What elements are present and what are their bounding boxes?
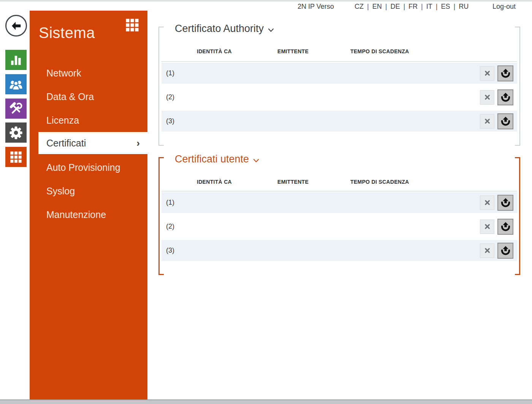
sidebar-item-certificati[interactable]: Certificati › <box>38 132 147 154</box>
language-en[interactable]: EN <box>372 3 382 11</box>
row-label: (2) <box>166 93 174 101</box>
nav-tile-services[interactable] <box>5 122 27 143</box>
table-row: (1) <box>162 192 517 213</box>
section-title: Sistema <box>39 24 95 41</box>
upload-icon <box>500 245 511 256</box>
horizontal-scrollbar[interactable] <box>0 399 532 404</box>
row-label: (2) <box>166 223 174 231</box>
logout-link[interactable]: Log-out <box>492 3 516 11</box>
sidebar-item-label: Auto Provisioning <box>46 162 120 173</box>
product-name: 2N IP Verso <box>298 3 334 11</box>
upload-icon <box>500 197 511 208</box>
sidebar-item-label: Certificati <box>46 138 86 149</box>
sidebar-item-label: Licenza <box>46 115 79 126</box>
sidebar-item-label: Network <box>46 68 81 79</box>
row-label: (3) <box>166 247 174 254</box>
sidebar-item-label: Manutenzione <box>46 209 106 220</box>
chevron-down-icon <box>253 159 259 163</box>
language-switcher: CZ | EN | DE | FR | IT | ES | RU <box>355 3 469 11</box>
user-certificates-section: Certificati utente IDENTITÀ CA EMITTENTE… <box>158 157 520 275</box>
close-icon <box>484 199 491 206</box>
close-icon <box>484 223 491 230</box>
back-arrow-icon <box>11 20 22 32</box>
column-header-emittente: EMITTENTE <box>277 179 309 185</box>
users-icon <box>9 77 23 92</box>
upload-certificate-button[interactable] <box>497 113 513 129</box>
remove-certificate-button[interactable] <box>480 90 494 105</box>
sidebar-item-label: Syslog <box>46 186 75 197</box>
upload-icon <box>500 116 511 126</box>
separator: | <box>403 3 405 11</box>
table-row: (3) <box>162 240 517 261</box>
upload-icon <box>500 68 511 78</box>
separator: | <box>385 3 387 11</box>
row-label: (1) <box>166 69 174 77</box>
separator: | <box>436 3 438 11</box>
remove-certificate-button[interactable] <box>480 219 494 234</box>
page: 2N IP Verso CZ | EN | DE | FR | IT | ES … <box>0 0 532 404</box>
header-divider <box>162 61 517 62</box>
upload-icon <box>500 92 511 102</box>
separator: | <box>421 3 423 11</box>
sidebar-panel: Sistema Network Data & Ora Licenza Cert <box>30 11 147 399</box>
upload-icon <box>500 221 511 232</box>
sidebar-item-licenza[interactable]: Licenza <box>30 108 147 132</box>
language-it[interactable]: IT <box>426 3 432 11</box>
close-icon <box>484 70 491 77</box>
remove-certificate-button[interactable] <box>480 66 494 81</box>
nav-tile-system[interactable] <box>5 147 27 167</box>
sidebar-item-network[interactable]: Network <box>30 61 147 85</box>
sidebar-item-data-ora[interactable]: Data & Ora <box>30 85 147 108</box>
nav-tile-hardware[interactable] <box>5 99 27 119</box>
section-header-certificati-utente[interactable]: Certificati utente <box>175 153 262 165</box>
sidebar-item-label: Data & Ora <box>46 91 94 102</box>
header-divider <box>162 191 517 191</box>
language-es[interactable]: ES <box>441 3 450 11</box>
column-header-emittente: EMITTENTE <box>277 48 309 54</box>
upload-certificate-button[interactable] <box>497 89 513 105</box>
close-icon <box>484 118 491 125</box>
column-header-tempo-scadenza: TEMPO DI SCADENZA <box>350 48 409 54</box>
column-header-tempo-scadenza: TEMPO DI SCADENZA <box>350 179 409 185</box>
sidebar-menu: Network Data & Ora Licenza Certificati ›… <box>30 61 147 226</box>
nav-tile-status[interactable] <box>5 50 27 70</box>
table-row: (2) <box>162 87 517 108</box>
language-ru[interactable]: RU <box>459 3 469 11</box>
language-cz[interactable]: CZ <box>355 3 364 11</box>
nav-tile-directory[interactable] <box>5 74 27 94</box>
chevron-down-icon <box>268 28 274 32</box>
bar-chart-icon <box>10 54 22 67</box>
remove-certificate-button[interactable] <box>480 243 494 258</box>
upload-certificate-button[interactable] <box>497 195 513 211</box>
column-header-identita-ca: IDENTITÀ CA <box>197 48 232 54</box>
back-button[interactable] <box>5 15 27 37</box>
language-fr[interactable]: FR <box>408 3 418 11</box>
section-header-label: Certificati utente <box>175 153 249 165</box>
sidebar-item-syslog[interactable]: Syslog <box>30 179 147 203</box>
row-label: (1) <box>166 199 174 207</box>
close-icon <box>484 94 491 101</box>
chevron-right-icon: › <box>136 137 140 149</box>
grid-icon <box>125 18 139 33</box>
row-label: (3) <box>166 117 174 125</box>
upload-certificate-button[interactable] <box>497 65 513 81</box>
certificate-authority-section: Certificato Authority IDENTITÀ CA EMITTE… <box>158 27 520 146</box>
section-header-label: Certificato Authority <box>175 23 264 35</box>
top-divider <box>0 0 532 2</box>
language-de[interactable]: DE <box>390 3 400 11</box>
separator: | <box>367 3 369 11</box>
section-header-certificato-authority[interactable]: Certificato Authority <box>175 23 277 35</box>
upload-certificate-button[interactable] <box>497 243 513 259</box>
gear-icon <box>9 126 23 140</box>
upload-certificate-button[interactable] <box>497 219 513 235</box>
remove-certificate-button[interactable] <box>480 114 494 129</box>
remove-certificate-button[interactable] <box>480 196 494 210</box>
sidebar-item-auto-provisioning[interactable]: Auto Provisioning <box>30 156 147 179</box>
separator: | <box>453 3 455 11</box>
sidebar-item-manutenzione[interactable]: Manutenzione <box>30 203 147 226</box>
tools-icon <box>9 102 23 116</box>
close-icon <box>484 247 491 254</box>
grid-icon <box>10 151 22 163</box>
table-row: (3) <box>162 111 517 132</box>
table-row: (1) <box>162 63 517 84</box>
